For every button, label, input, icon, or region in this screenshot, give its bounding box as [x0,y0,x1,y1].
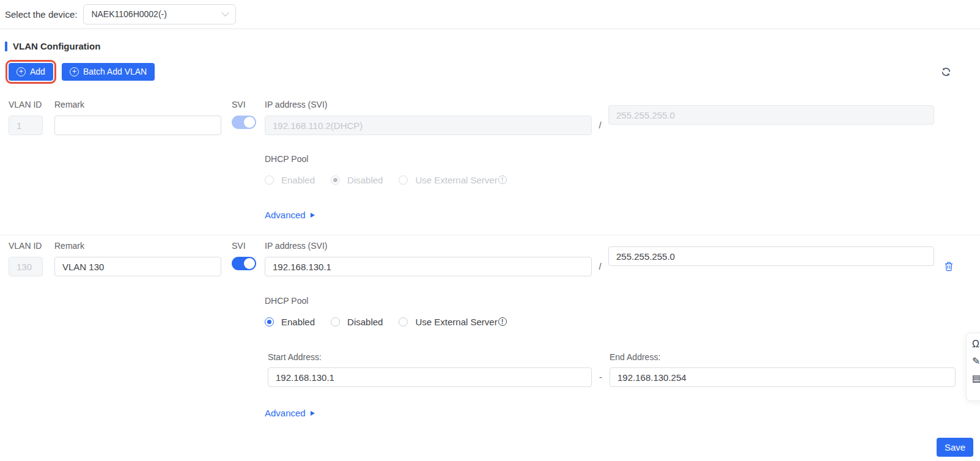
radio-disabled-label: Disabled [347,175,383,185]
delete-vlan-button[interactable] [945,257,953,276]
section-accent-bar [5,42,7,51]
vlan-id-field [9,257,43,276]
slash-separator: / [592,257,608,276]
vlan-id-column: VLAN ID [9,100,43,135]
radio-disabled-label: Disabled [347,317,383,327]
radio-circle-icon [399,317,408,326]
subnet-mask-column [608,100,934,125]
radio-use-external-server[interactable]: Use External Server [399,317,506,327]
remark-field[interactable] [54,116,221,135]
radio-enabled-label: Enabled [281,317,315,327]
radio-circle-icon [331,317,340,326]
ip-svi-label: IP address (SVI) [265,241,592,251]
radio-external-label: Use External Server [415,317,497,327]
vlan-configuration-page: Select the device: NAEK1106H0002(-) VLAN… [0,0,980,461]
ip-svi-column: IP address (SVI) [265,100,592,135]
chevron-down-icon [222,9,230,17]
radio-circle-icon [331,175,340,185]
dhcp-pool-label: DHCP Pool [265,296,980,306]
ip-svi-column: IP address (SVI) [265,241,592,276]
svi-label: SVI [232,241,265,251]
triangle-right-icon [311,411,315,416]
advanced-link-label: Advanced [265,408,306,418]
vlan-id-column: VLAN ID [9,241,43,276]
subnet-mask-field [608,105,934,125]
radio-circle-icon [399,175,408,185]
svi-column: SVI [232,100,265,129]
ip-svi-field[interactable] [265,257,592,276]
add-button-label: Add [30,67,45,76]
plus-circle-icon [70,67,79,76]
batch-add-vlan-button[interactable]: Batch Add VLAN [62,63,155,81]
document-icon[interactable]: ▤ [972,372,980,384]
advanced-link[interactable]: Advanced [265,210,315,220]
vlan-id-label: VLAN ID [9,100,43,110]
radio-circle-icon [265,175,274,185]
ip-svi-field [265,116,592,135]
save-button[interactable]: Save [937,438,973,457]
end-address-column: End Address: [610,352,956,387]
vlan-row: VLAN ID Remark SVI IP address (SVI) / [0,241,980,276]
ip-svi-label: IP address (SVI) [265,100,592,110]
radio-enabled[interactable]: Enabled [265,317,315,327]
start-address-label: Start Address: [268,352,592,363]
slash-separator: / [592,116,608,135]
svi-column: SVI [232,241,265,270]
radio-external-label: Use External Server [415,175,497,185]
radio-enabled-label: Enabled [281,175,315,185]
triangle-right-icon [311,213,315,218]
remark-field[interactable] [54,257,221,276]
vlan-toolbar: Add Batch Add VLAN [9,61,980,83]
vlan-id-label: VLAN ID [9,241,43,251]
radio-disabled[interactable]: Disabled [331,317,383,327]
headset-icon[interactable]: Ω [972,338,980,350]
refresh-icon [941,67,951,77]
pencil-icon[interactable]: ✎ [972,355,980,367]
info-icon [498,175,507,184]
device-select-value: NAEK1106H0002(-) [91,9,166,19]
device-select[interactable]: NAEK1106H0002(-) [83,4,236,24]
device-select-label: Select the device: [5,9,77,20]
subnet-mask-field[interactable] [608,246,934,266]
radio-enabled: Enabled [265,175,315,185]
refresh-button[interactable] [941,67,951,77]
vlan-id-field [9,116,43,135]
info-icon [498,317,507,326]
radio-circle-icon [265,317,274,326]
dhcp-pool-radio-group: Enabled Disabled Use External Server [265,175,980,185]
start-address-field[interactable] [268,367,592,387]
add-button[interactable]: Add [9,63,53,81]
vlan-row: VLAN ID Remark SVI IP address (SVI) / [0,100,980,135]
batch-add-button-label: Batch Add VLAN [83,67,147,76]
svi-toggle [232,116,256,129]
device-select-bar: Select the device: NAEK1106H0002(-) [0,0,980,29]
remark-column: Remark [54,241,221,276]
advanced-link[interactable]: Advanced [265,408,315,418]
remark-column: Remark [54,100,221,135]
radio-use-external-server: Use External Server [399,175,506,185]
advanced-link-label: Advanced [265,210,306,220]
svi-toggle[interactable] [232,257,256,270]
dhcp-pool-radio-group: Enabled Disabled Use External Server [265,317,980,326]
subnet-mask-column [608,241,934,266]
svi-label: SVI [232,100,265,110]
page-title: VLAN Configuration [13,41,100,51]
dash-separator: - [592,367,610,387]
remark-label: Remark [54,100,221,110]
end-address-label: End Address: [610,352,956,363]
floating-toolbar[interactable]: Ω ✎ ▤ [966,333,980,401]
remark-label: Remark [54,241,221,251]
end-address-field[interactable] [610,367,956,387]
dhcp-address-range: Start Address: - End Address: [268,352,980,387]
dhcp-pool-label: DHCP Pool [265,154,980,164]
trash-icon [945,262,953,271]
section-header: VLAN Configuration [5,41,980,51]
row-divider [0,235,980,235]
start-address-column: Start Address: [268,352,592,387]
radio-disabled: Disabled [331,175,383,185]
plus-circle-icon [17,67,26,76]
